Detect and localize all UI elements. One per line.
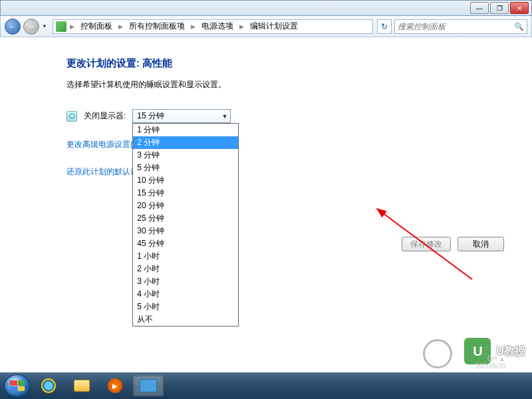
display-off-dropdown[interactable]: 1 分钟2 分钟3 分钟5 分钟10 分钟15 分钟20 分钟25 分钟30 分… xyxy=(132,123,239,327)
breadcrumb-item[interactable]: 控制面板 xyxy=(78,19,115,33)
breadcrumb-item[interactable]: 所有控制面板项 xyxy=(126,19,188,33)
windows-logo-icon xyxy=(10,380,25,391)
dropdown-option[interactable]: 4 小时 xyxy=(133,288,238,301)
dropdown-option[interactable]: 2 分钟 xyxy=(133,136,238,149)
breadcrumb-item[interactable]: 编辑计划设置 xyxy=(247,19,301,33)
dropdown-option[interactable]: 5 分钟 xyxy=(133,162,238,174)
control-panel-icon xyxy=(56,21,66,32)
taskbar-explorer[interactable] xyxy=(66,375,97,396)
refresh-button[interactable]: ↻ xyxy=(377,19,392,34)
save-button[interactable]: 保存修改 xyxy=(402,237,451,251)
action-buttons: 保存修改 取消 xyxy=(402,237,504,251)
search-input[interactable] xyxy=(398,22,514,31)
taskbar-ie[interactable] xyxy=(33,375,64,396)
control-panel-taskbar-icon xyxy=(140,379,157,392)
dropdown-option[interactable]: 1 分钟 xyxy=(133,124,238,136)
dropdown-option[interactable]: 10 分钟 xyxy=(133,174,238,187)
search-icon: 🔍 xyxy=(514,22,524,31)
tray-lang: CH ▲ xyxy=(476,355,506,362)
dropdown-option[interactable]: 1 小时 xyxy=(133,250,238,263)
close-button[interactable]: ✕ xyxy=(510,2,529,14)
breadcrumb-sep-icon: ▶ xyxy=(189,23,198,30)
watermark-circle xyxy=(423,339,452,368)
maximize-button[interactable]: ❐ xyxy=(490,2,509,14)
combo-box[interactable]: 15 分钟 ▼ xyxy=(132,109,231,123)
breadcrumb[interactable]: ▶ 控制面板 ▶ 所有控制面板项 ▶ 电源选项 ▶ 编辑计划设置 xyxy=(53,19,373,34)
search-box[interactable]: 🔍 xyxy=(394,19,527,34)
window-titlebar: — ❐ ✕ xyxy=(0,0,532,16)
taskbar[interactable]: ▶ xyxy=(0,372,532,399)
dropdown-option[interactable]: 20 分钟 xyxy=(133,200,238,212)
display-off-label: 关闭显示器: xyxy=(84,110,126,122)
ie-icon xyxy=(41,378,56,393)
tray-clock: CH ▲ 2020/9/30 xyxy=(476,355,506,370)
taskbar-control-panel[interactable] xyxy=(133,375,164,396)
display-off-setting-row: 🖵 关闭显示器: 15 分钟 ▼ 1 分钟2 分钟3 分钟5 分钟10 分钟15… xyxy=(66,109,512,123)
dropdown-option[interactable]: 15 分钟 xyxy=(133,187,238,200)
chevron-down-icon: ▼ xyxy=(221,113,227,120)
breadcrumb-sep-icon: ▶ xyxy=(116,23,125,30)
dropdown-option[interactable]: 45 分钟 xyxy=(133,237,238,250)
refresh-icon: ↻ xyxy=(381,22,388,31)
taskbar-wmp[interactable]: ▶ xyxy=(100,375,130,396)
content-area: 更改计划的设置: 高性能 选择希望计算机使用的睡眠设置和显示设置。 🖵 关闭显示… xyxy=(0,37,532,198)
wmp-icon: ▶ xyxy=(108,378,122,393)
back-button[interactable]: ← xyxy=(5,19,21,35)
tray-date: 2020/9/30 xyxy=(476,362,506,370)
dropdown-option[interactable]: 2 小时 xyxy=(133,263,238,275)
monitor-icon: 🖵 xyxy=(66,111,77,122)
dropdown-option[interactable]: 25 分钟 xyxy=(133,212,238,225)
nav-history-dropdown-icon[interactable]: ▼ xyxy=(42,23,50,29)
window-controls: — ❐ ✕ xyxy=(470,2,529,14)
breadcrumb-sep-icon: ▶ xyxy=(237,23,246,30)
combo-selected-value: 15 分钟 xyxy=(137,110,164,122)
breadcrumb-sep-icon: ▶ xyxy=(68,23,76,30)
display-off-combo[interactable]: 15 分钟 ▼ 1 分钟2 分钟3 分钟5 分钟10 分钟15 分钟20 分钟2… xyxy=(132,109,231,123)
dropdown-option[interactable]: 30 分钟 xyxy=(133,225,238,237)
start-button[interactable] xyxy=(4,374,31,397)
breadcrumb-item[interactable]: 电源选项 xyxy=(199,19,236,33)
page-title: 更改计划的设置: 高性能 xyxy=(66,57,512,70)
dropdown-option[interactable]: 3 小时 xyxy=(133,275,238,288)
explorer-icon xyxy=(74,380,90,392)
forward-button[interactable]: → xyxy=(23,19,39,35)
dropdown-option[interactable]: 从不 xyxy=(133,313,238,326)
explorer-navbar: ← → ▼ ▶ 控制面板 ▶ 所有控制面板项 ▶ 电源选项 ▶ 编辑计划设置 ↻… xyxy=(0,16,532,37)
dropdown-option[interactable]: 5 小时 xyxy=(133,301,238,313)
minimize-button[interactable]: — xyxy=(470,2,489,14)
page-description: 选择希望计算机使用的睡眠设置和显示设置。 xyxy=(66,79,512,90)
dropdown-option[interactable]: 3 分钟 xyxy=(133,149,238,162)
cancel-button[interactable]: 取消 xyxy=(458,237,504,251)
